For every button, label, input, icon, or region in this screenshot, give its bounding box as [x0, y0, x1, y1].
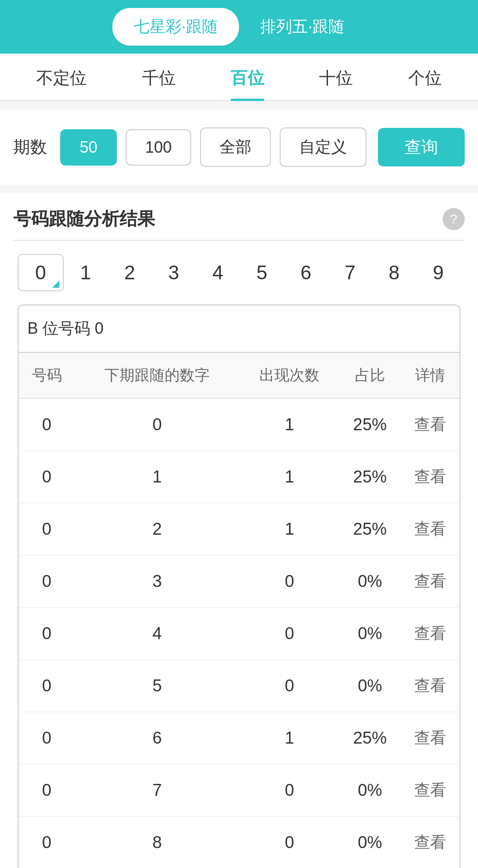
table-column-headers: 号码 下期跟随的数字 出现次数 占比 详情 [19, 353, 459, 398]
cell-count-4: 0 [239, 608, 339, 660]
cell-code-2: 0 [19, 503, 75, 556]
analysis-title: 号码跟随分析结果 [13, 207, 155, 231]
divider [13, 240, 465, 241]
analysis-table-container: B 位号码 0 号码 下期跟随的数字 出现次数 占比 详情 0 0 1 25% … [18, 305, 460, 868]
tab-budinwei[interactable]: 不定位 [36, 67, 87, 100]
cell-count-6: 1 [239, 712, 339, 764]
period-btn-custom[interactable]: 自定义 [280, 127, 366, 167]
number-item-1[interactable]: 1 [64, 255, 108, 290]
number-item-5[interactable]: 5 [240, 255, 284, 290]
cell-detail-6[interactable]: 查看 [401, 712, 459, 764]
help-icon[interactable]: ? [443, 208, 465, 230]
cell-count-7: 0 [239, 764, 339, 817]
cell-code-1: 0 [19, 451, 75, 503]
cell-count-2: 1 [239, 503, 339, 556]
number-item-0[interactable]: 0 [18, 254, 64, 291]
number-item-7[interactable]: 7 [328, 255, 372, 290]
cell-next-8: 8 [75, 817, 239, 868]
cell-count-0: 1 [239, 398, 339, 451]
cell-code-4: 0 [19, 608, 75, 660]
cell-ratio-7: 0% [339, 764, 401, 817]
cell-ratio-6: 25% [339, 712, 401, 764]
table-row: 0 5 0 0% 查看 [19, 660, 459, 712]
cell-next-0: 0 [75, 398, 239, 451]
cell-detail-0[interactable]: 查看 [401, 398, 459, 451]
analysis-header: 号码跟随分析结果 ? [13, 207, 465, 231]
table-row: 0 8 0 0% 查看 [19, 817, 459, 868]
col-header-next: 下期跟随的数字 [75, 353, 239, 398]
app-header: 七星彩·跟随 排列五·跟随 [0, 0, 478, 54]
cell-code-7: 0 [19, 764, 75, 817]
table-row: 0 6 1 25% 查看 [19, 712, 459, 764]
table-row: 0 7 0 0% 查看 [19, 764, 459, 817]
table-row: 0 0 1 25% 查看 [19, 398, 459, 451]
col-header-ratio: 占比 [339, 353, 401, 398]
cell-detail-1[interactable]: 查看 [401, 451, 459, 503]
cell-next-1: 1 [75, 451, 239, 503]
cell-detail-8[interactable]: 查看 [401, 817, 459, 868]
cell-ratio-1: 25% [339, 451, 401, 503]
cell-ratio-3: 0% [339, 556, 401, 608]
cell-next-3: 3 [75, 556, 239, 608]
tab-qianwei[interactable]: 千位 [142, 67, 176, 100]
cell-detail-5[interactable]: 查看 [401, 660, 459, 712]
number-item-8[interactable]: 8 [372, 255, 416, 290]
cell-ratio-5: 0% [339, 660, 401, 712]
period-label: 期数 [13, 136, 47, 158]
col-header-count: 出现次数 [239, 353, 339, 398]
cell-detail-4[interactable]: 查看 [401, 608, 459, 660]
header-tab-qixingcai[interactable]: 七星彩·跟随 [112, 8, 239, 46]
cell-detail-3[interactable]: 查看 [401, 556, 459, 608]
position-nav: 不定位 千位 百位 十位 个位 [0, 54, 478, 101]
cell-next-5: 5 [75, 660, 239, 712]
number-item-4[interactable]: 4 [196, 255, 240, 290]
cell-count-3: 0 [239, 556, 339, 608]
tab-gewei[interactable]: 个位 [408, 67, 442, 100]
cell-ratio-8: 0% [339, 817, 401, 868]
cell-code-6: 0 [19, 712, 75, 764]
table-row: 0 2 1 25% 查看 [19, 503, 459, 556]
number-item-2[interactable]: 2 [108, 255, 152, 290]
header-tab-paliezwu[interactable]: 排列五·跟随 [239, 8, 366, 46]
cell-ratio-4: 0% [339, 608, 401, 660]
cell-detail-7[interactable]: 查看 [401, 764, 459, 817]
col-header-detail: 详情 [401, 353, 459, 398]
table-section-header: B 位号码 0 [19, 305, 459, 353]
cell-count-8: 0 [239, 817, 339, 868]
cell-count-1: 1 [239, 451, 339, 503]
analysis-table: 号码 下期跟随的数字 出现次数 占比 详情 0 0 1 25% 查看 0 1 1… [19, 353, 459, 868]
table-row: 0 3 0 0% 查看 [19, 556, 459, 608]
period-btn-all[interactable]: 全部 [200, 127, 271, 167]
tab-baiwei[interactable]: 百位 [231, 67, 264, 100]
cell-ratio-2: 25% [339, 503, 401, 556]
cell-next-4: 4 [75, 608, 239, 660]
cell-code-0: 0 [19, 398, 75, 451]
query-button[interactable]: 查询 [378, 128, 465, 166]
number-selector: 0 1 2 3 4 5 6 7 8 9 [13, 254, 465, 305]
tab-shiwei[interactable]: 十位 [319, 67, 353, 100]
cell-count-5: 0 [239, 660, 339, 712]
cell-ratio-0: 25% [339, 398, 401, 451]
cell-code-3: 0 [19, 556, 75, 608]
number-item-6[interactable]: 6 [284, 255, 328, 290]
analysis-section: 号码跟随分析结果 ? 0 1 2 3 4 5 6 7 8 9 B 位号码 0 号… [0, 193, 478, 868]
cell-code-8: 0 [19, 817, 75, 868]
cell-detail-2[interactable]: 查看 [401, 503, 459, 556]
cell-code-5: 0 [19, 660, 75, 712]
number-item-3[interactable]: 3 [152, 255, 196, 290]
col-header-code: 号码 [19, 353, 75, 398]
table-row: 0 1 1 25% 查看 [19, 451, 459, 503]
cell-next-6: 6 [75, 712, 239, 764]
period-btn-100[interactable]: 100 [126, 129, 191, 166]
cell-next-7: 7 [75, 764, 239, 817]
period-section: 期数 50 100 全部 自定义 查询 [0, 110, 478, 185]
number-item-9[interactable]: 9 [416, 255, 460, 290]
period-btn-50[interactable]: 50 [60, 129, 117, 166]
cell-next-2: 2 [75, 503, 239, 556]
table-row: 0 4 0 0% 查看 [19, 608, 459, 660]
